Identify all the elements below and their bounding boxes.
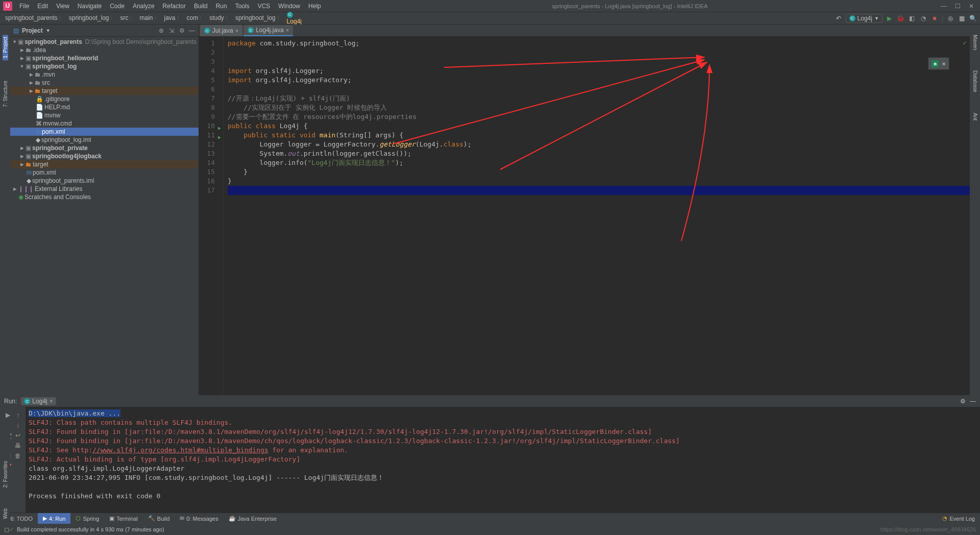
- print-icon[interactable]: 🖶: [14, 442, 22, 450]
- crumb-2[interactable]: src: [118, 13, 137, 23]
- tree-idea[interactable]: ▶🖿.idea: [10, 46, 199, 54]
- crumb-4[interactable]: java: [162, 13, 185, 23]
- maven-reload-popup[interactable]: m ×: [928, 57, 949, 70]
- menu-analyze[interactable]: Analyze: [129, 3, 159, 10]
- tree-src[interactable]: ▶🖿src: [10, 79, 199, 87]
- project-panel-title[interactable]: Project: [22, 27, 43, 34]
- menu-tools[interactable]: Tools: [231, 3, 254, 10]
- run-button[interactable]: ▶: [886, 14, 894, 22]
- btab-terminal[interactable]: ▣Terminal: [104, 513, 143, 524]
- close-icon[interactable]: ×: [286, 27, 289, 33]
- tool-windows-icon[interactable]: ▢: [4, 526, 9, 533]
- down-icon[interactable]: ↓: [14, 421, 22, 429]
- tree-mvnw[interactable]: 📄mvnw: [10, 111, 199, 119]
- menu-edit[interactable]: Edit: [33, 3, 52, 10]
- crumb-8[interactable]: CLog4j: [285, 11, 306, 26]
- btab-eventlog[interactable]: ◔Event Log: [937, 515, 980, 522]
- back-icon[interactable]: ↶: [835, 14, 843, 22]
- slf4j-link[interactable]: //www.slf4j.org/codes.html#multiple_bind…: [92, 446, 268, 454]
- editor-gutter[interactable]: 1234 5678 9 10▶ 11▶ 121314 151617: [199, 37, 224, 395]
- crumb-5[interactable]: com: [185, 13, 208, 23]
- tool-database[interactable]: Database: [972, 70, 978, 92]
- tree-pom[interactable]: mpom.xml: [10, 128, 199, 136]
- console-output[interactable]: D:\JDK\bin\java.exe ... SLF4J: Class pat…: [26, 407, 980, 513]
- menu-build[interactable]: Build: [190, 3, 212, 10]
- tool-web[interactable]: Web: [3, 508, 8, 519]
- btab-run[interactable]: ▶4: Run: [38, 513, 70, 524]
- collapse-icon[interactable]: ⇲: [168, 27, 175, 34]
- tree-hello[interactable]: ▶▣springboot_helloworld: [10, 54, 199, 62]
- tree-scratch[interactable]: ◉Scratches and Consoles: [10, 193, 199, 201]
- tree-target[interactable]: ▶🖿target: [10, 87, 199, 95]
- menu-help[interactable]: Help: [304, 3, 325, 10]
- crumb-7[interactable]: springboot_log: [233, 13, 285, 23]
- tool-maven[interactable]: Maven: [972, 35, 978, 50]
- tree-root[interactable]: ▼▣springboot_parentsD:\Spring boot Demo\…: [10, 38, 199, 46]
- gear-icon[interactable]: ⚙: [178, 27, 185, 34]
- tab-log4j[interactable]: C Log4j.java ×: [243, 25, 293, 36]
- code-body[interactable]: package com.study.springboot_log; import…: [224, 37, 970, 395]
- btab-javaee[interactable]: ☕Java Enterprise: [224, 513, 282, 524]
- run-tab[interactable]: C Log4j ×: [21, 397, 56, 405]
- maximize-icon[interactable]: ☐: [955, 3, 961, 10]
- tree-logback[interactable]: ▶▣springbootlog4jlogback: [10, 152, 199, 160]
- update-button[interactable]: ◎: [946, 14, 954, 22]
- tree-log[interactable]: ▼▣springboot_log: [10, 62, 199, 70]
- btab-messages[interactable]: ✉0: Messages: [175, 513, 223, 524]
- btab-spring[interactable]: ⬡Spring: [70, 513, 104, 524]
- gear-icon[interactable]: ⚙: [960, 398, 966, 405]
- crumb-0[interactable]: springboot_parents: [3, 13, 67, 23]
- locate-icon[interactable]: ⊕: [158, 27, 165, 34]
- project-tree[interactable]: ▼▣springboot_parentsD:\Spring boot Demo\…: [10, 37, 199, 395]
- tree-mvnwcmd[interactable]: ⌘mvnw.cmd: [10, 119, 199, 128]
- rerun-button[interactable]: ▶: [4, 411, 12, 419]
- close-icon[interactable]: ✕: [969, 3, 974, 10]
- menu-code[interactable]: Code: [106, 3, 129, 10]
- menu-navigate[interactable]: Navigate: [74, 3, 106, 10]
- tree-iml2[interactable]: ◆springboot_parents.iml: [10, 177, 199, 185]
- delete-icon[interactable]: 🗑: [14, 452, 22, 460]
- hide-icon[interactable]: —: [970, 398, 976, 405]
- tool-favorites[interactable]: 2: Favorites: [3, 461, 8, 488]
- stop-button[interactable]: ■: [930, 14, 939, 22]
- crumb-6[interactable]: study: [207, 13, 233, 23]
- menu-run[interactable]: Run: [212, 3, 231, 10]
- tree-pom2[interactable]: mpom.xml: [10, 168, 199, 177]
- search-icon[interactable]: 🔍: [969, 14, 977, 22]
- tree-mvn[interactable]: ▶🖿.mvn: [10, 70, 199, 79]
- wrap-icon[interactable]: ↩: [14, 431, 22, 440]
- tree-target2[interactable]: ▶🖿target: [10, 160, 199, 168]
- tree-gitignore[interactable]: 🔒.gitignore: [10, 95, 199, 103]
- menu-view[interactable]: View: [52, 3, 74, 10]
- chevron-down-icon[interactable]: ▼: [46, 28, 51, 33]
- crumb-1[interactable]: springboot_log: [67, 13, 118, 23]
- tab-jul[interactable]: C Jul.java ×: [200, 25, 242, 36]
- tree-iml[interactable]: ◆springboot_log.iml: [10, 136, 199, 144]
- tree-extlib[interactable]: ▶❙❙❙External Libraries: [10, 185, 199, 193]
- breadcrumb: springboot_parents springboot_log src ma…: [3, 11, 306, 26]
- debug-button[interactable]: 🐞: [897, 14, 905, 22]
- menu-window[interactable]: Window: [274, 3, 304, 10]
- build-ok-icon: ✓: [9, 526, 14, 533]
- profile-button[interactable]: ◔: [919, 14, 927, 22]
- close-icon[interactable]: ×: [50, 398, 53, 405]
- btab-build[interactable]: 🔨Build: [143, 513, 175, 524]
- run-config-select[interactable]: C Log4j ▼: [846, 14, 883, 23]
- layout-button[interactable]: ▦: [958, 14, 966, 22]
- crumb-3[interactable]: main: [137, 13, 162, 23]
- minimize-icon[interactable]: —: [941, 3, 947, 10]
- close-icon[interactable]: ×: [942, 60, 946, 67]
- tree-private[interactable]: ▶▣springboot_private: [10, 144, 199, 152]
- tool-structure[interactable]: 7: Structure: [3, 81, 8, 107]
- tool-project[interactable]: 1: Project: [3, 35, 8, 60]
- up-icon[interactable]: ↑: [14, 411, 22, 419]
- close-icon[interactable]: ×: [235, 28, 238, 34]
- tree-help[interactable]: 📄HELP.md: [10, 103, 199, 111]
- code-editor[interactable]: 1234 5678 9 10▶ 11▶ 121314 151617 packag…: [199, 37, 970, 395]
- coverage-button[interactable]: ◧: [908, 14, 916, 22]
- menu-refactor[interactable]: Refactor: [159, 3, 190, 10]
- tool-ant[interactable]: Ant: [972, 113, 978, 120]
- menu-vcs[interactable]: VCS: [254, 3, 275, 10]
- menu-file[interactable]: File: [15, 3, 33, 10]
- hide-icon[interactable]: —: [188, 27, 195, 34]
